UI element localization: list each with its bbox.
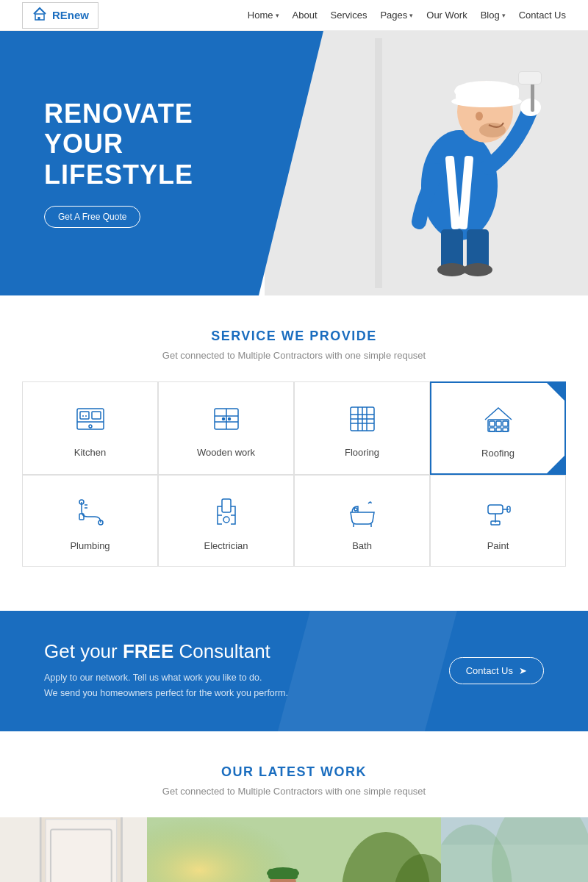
svg-point-53 [223, 517, 229, 523]
svg-point-9 [476, 112, 483, 121]
nav-item-services[interactable]: Services [331, 10, 368, 21]
wooden-label: Wooden work [197, 447, 255, 458]
banner-heading: Get your FREE Consultant [44, 640, 288, 663]
flooring-label: Flooring [345, 447, 379, 458]
svg-point-54 [354, 508, 357, 511]
flooring-icon [346, 403, 379, 438]
work-grid [0, 817, 588, 883]
latest-work-subtitle: Get connected to Multiple Contractors wi… [0, 786, 588, 797]
nav-links: Home ▾ About Services Pages ▾ Our Work B… [248, 10, 566, 21]
services-grid: Kitchen Wooden work [22, 381, 566, 567]
svg-point-32 [228, 418, 230, 420]
hero-section: RENOVATE YOUR LIFESTYLE Get A Free Quote [0, 31, 588, 295]
svg-rect-46 [503, 428, 508, 431]
nav-item-home[interactable]: Home ▾ [248, 10, 279, 21]
svg-rect-19 [375, 38, 382, 288]
svg-point-31 [222, 418, 224, 420]
bath-label: Bath [352, 540, 372, 551]
services-row-2: Plumbing Electrician [22, 475, 566, 567]
svg-rect-45 [496, 428, 501, 431]
svg-rect-59 [491, 521, 500, 525]
svg-point-10 [479, 123, 506, 137]
roofing-label: Roofing [481, 448, 514, 459]
kitchen-label: Kitchen [74, 447, 106, 458]
work-thumb-left[interactable] [0, 817, 147, 883]
electrician-icon [210, 496, 243, 531]
latest-work-title: OUR LATEST WORK [0, 764, 588, 780]
nav-item-ourwork[interactable]: Our Work [426, 10, 467, 21]
hero-title: RENOVATE YOUR LIFESTYLE [44, 98, 279, 190]
nav-item-pages[interactable]: Pages ▾ [380, 10, 413, 21]
service-electrician[interactable]: Electrician [158, 475, 294, 567]
svg-rect-22 [92, 412, 101, 419]
svg-rect-83 [268, 869, 298, 879]
service-wooden[interactable]: Wooden work [158, 381, 294, 475]
services-section: SERVICE WE PROVIDE Get connected to Mult… [0, 295, 588, 589]
plumbing-icon [74, 496, 107, 531]
services-subtitle: Get connected to Multiple Contractors wi… [22, 350, 566, 361]
svg-rect-41 [490, 421, 495, 426]
logo-icon [32, 6, 48, 25]
send-icon: ➤ [519, 665, 527, 676]
paint-icon [482, 496, 514, 531]
svg-rect-44 [490, 428, 495, 431]
logo-text: REnew [52, 9, 89, 21]
service-flooring[interactable]: Flooring [294, 381, 430, 475]
service-kitchen[interactable]: Kitchen [22, 381, 158, 475]
work-thumb-center[interactable] [147, 817, 441, 883]
svg-rect-43 [503, 421, 508, 426]
blog-dropdown-icon: ▾ [502, 12, 506, 19]
svg-point-8 [451, 96, 522, 107]
service-plumbing[interactable]: Plumbing [22, 475, 158, 567]
svg-point-17 [437, 263, 467, 276]
plumbing-label: Plumbing [70, 540, 110, 551]
svg-rect-12 [531, 82, 534, 112]
work-thumb-right[interactable] [441, 817, 588, 883]
svg-rect-1 [38, 17, 40, 20]
svg-rect-55 [488, 505, 503, 514]
services-title: SERVICE WE PROVIDE [22, 329, 566, 344]
banner-contact-button[interactable]: Contact Us ➤ [449, 657, 544, 684]
service-bath[interactable]: Bath [294, 475, 430, 567]
services-row-1: Kitchen Wooden work [22, 381, 566, 475]
nav-item-about[interactable]: About [293, 10, 318, 21]
nav-item-contact[interactable]: Contact Us [519, 10, 566, 21]
pages-dropdown-icon: ▾ [409, 12, 413, 19]
home-dropdown-icon: ▾ [276, 12, 279, 19]
banner-line1: Apply to our network. Tell us what work … [44, 670, 288, 686]
wooden-icon [210, 403, 243, 438]
paint-label: Paint [487, 540, 509, 551]
svg-rect-50 [222, 499, 231, 512]
service-paint[interactable]: Paint [430, 475, 566, 567]
service-roofing[interactable]: Roofing [430, 381, 566, 475]
svg-rect-42 [496, 421, 501, 426]
svg-rect-14 [519, 72, 541, 84]
electrician-label: Electrician [204, 540, 248, 551]
nav-item-blog[interactable]: Blog ▾ [481, 10, 506, 21]
latest-work-section: OUR LATEST WORK Get connected to Multipl… [0, 731, 588, 883]
painter-illustration [375, 38, 544, 288]
navbar: REnew Home ▾ About Services Pages ▾ Our … [0, 0, 588, 31]
svg-rect-21 [80, 412, 89, 419]
banner-text: Get your FREE Consultant Apply to our ne… [44, 640, 288, 702]
banner-line2: We send you homeowners perfect for the w… [44, 686, 288, 701]
svg-point-24 [89, 425, 92, 428]
logo[interactable]: REnew [22, 2, 98, 29]
bath-icon [346, 496, 379, 531]
consultant-banner: Get your FREE Consultant Apply to our ne… [0, 611, 588, 731]
hero-cta-button[interactable]: Get A Free Quote [44, 206, 140, 228]
roofing-icon [482, 404, 514, 439]
svg-point-18 [463, 263, 492, 276]
kitchen-icon [74, 403, 107, 438]
